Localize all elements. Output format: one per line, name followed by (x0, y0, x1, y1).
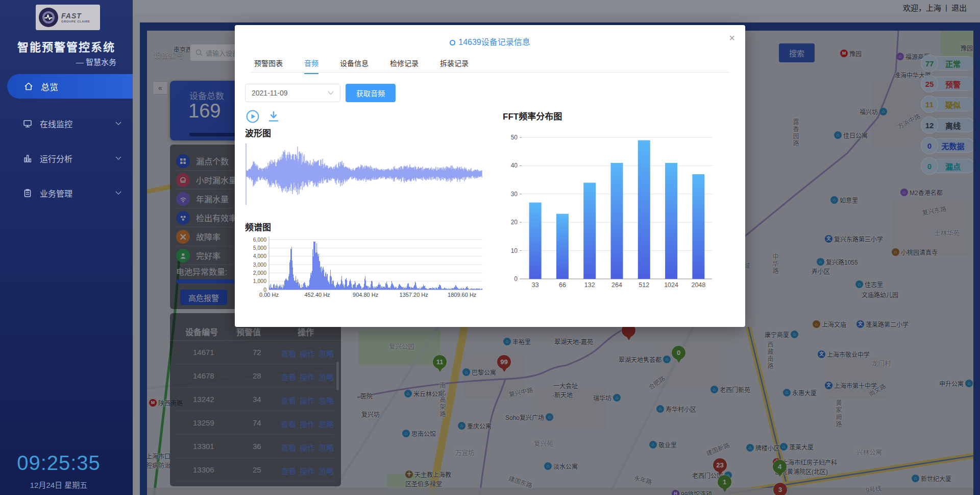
svg-text:904.80 Hz: 904.80 Hz (353, 292, 378, 298)
chart-icon (22, 153, 33, 163)
tabs-divider (250, 72, 730, 73)
svg-text:50: 50 (511, 134, 518, 141)
svg-text:5,000: 5,000 (253, 245, 266, 251)
spectrum-chart: 01,0002,0003,0004,0005,0006,0000.00 Hz45… (245, 233, 490, 304)
audio-date-value: 2021-11-09 (252, 89, 288, 97)
svg-text:1809.60 Hz: 1809.60 Hz (448, 292, 476, 298)
svg-text:0.00 Hz: 0.00 Hz (259, 292, 279, 298)
fetch-audio-button[interactable]: 获取音频 (346, 84, 396, 102)
clock-date: 12月24日 星期五 (0, 479, 117, 490)
spectrum-title: 频谱图 (245, 220, 271, 233)
close-icon[interactable]: × (729, 32, 735, 44)
app-root: 欢迎，上海 | 退出 (0, 0, 980, 495)
play-audio-icon[interactable] (246, 110, 259, 123)
fft-bar-chart: 01020304050336613226451210242048 (510, 127, 725, 296)
logo-waveform-icon (39, 8, 58, 27)
svg-text:3,000: 3,000 (253, 262, 266, 268)
download-audio-icon[interactable] (267, 110, 280, 123)
device-record-modal: 14639设备记录信息 × 预警图表音频设备信息检修记录拆装记录 2021-11… (235, 25, 745, 327)
svg-text:33: 33 (532, 281, 539, 289)
sidebar-item-label: 业务管理 (40, 187, 72, 199)
svg-text:132: 132 (584, 281, 595, 289)
sidebar-item-2[interactable]: 在线监控 (0, 111, 133, 136)
app-title: 智能预警管控系统 (0, 38, 133, 54)
svg-text:6,000: 6,000 (253, 237, 266, 243)
logo-text: FAST GROUPE CLAIRE (61, 12, 90, 23)
modal-title: 14639设备记录信息 (235, 35, 745, 48)
svg-text:10: 10 (511, 247, 518, 254)
chevron-down-icon (115, 122, 121, 126)
home-icon (23, 81, 34, 91)
sidebar-item-label: 运行分析 (40, 152, 72, 164)
svg-text:264: 264 (611, 281, 622, 289)
svg-text:512: 512 (639, 281, 649, 289)
audio-date-select[interactable]: 2021-11-09 (245, 84, 340, 102)
svg-text:1357.20 Hz: 1357.20 Hz (400, 292, 428, 298)
svg-text:0: 0 (514, 275, 518, 282)
svg-text:20: 20 (511, 219, 518, 226)
svg-text:452.40 Hz: 452.40 Hz (304, 292, 330, 298)
sidebar-item-label: 在线监控 (40, 117, 72, 130)
sidebar: FAST GROUPE CLAIRE 智能预警管控系统 — 智慧水务 总览在线监… (0, 0, 133, 495)
svg-text:66: 66 (559, 281, 566, 289)
chevron-down-icon (115, 191, 121, 195)
sidebar-item-3[interactable]: 运行分析 (0, 146, 133, 171)
sidebar-item-1[interactable]: 总览 (7, 74, 133, 99)
monitor-icon (22, 119, 33, 129)
svg-text:2,000: 2,000 (253, 270, 266, 276)
chevron-down-icon (328, 91, 334, 95)
sidebar-item-4[interactable]: 业务管理 (0, 181, 133, 205)
fft-title: FFT频率分布图 (503, 109, 562, 122)
svg-text:30: 30 (511, 191, 518, 198)
svg-text:1,000: 1,000 (253, 278, 266, 284)
waveform-title: 波形图 (245, 126, 271, 139)
svg-text:2048: 2048 (691, 281, 705, 289)
clock-time: 09:25:35 (0, 452, 117, 475)
app-subtitle: — 智慧水务 (76, 56, 116, 67)
waveform-chart (245, 142, 482, 210)
record-circle-icon (450, 40, 455, 45)
sidebar-item-label: 总览 (41, 80, 58, 93)
svg-text:4,000: 4,000 (253, 253, 266, 259)
svg-text:40: 40 (511, 162, 518, 169)
clipboard-icon (22, 188, 33, 198)
svg-text:1024: 1024 (664, 281, 678, 289)
brand-logo: FAST GROUPE CLAIRE (36, 5, 100, 30)
chevron-down-icon (115, 156, 121, 160)
